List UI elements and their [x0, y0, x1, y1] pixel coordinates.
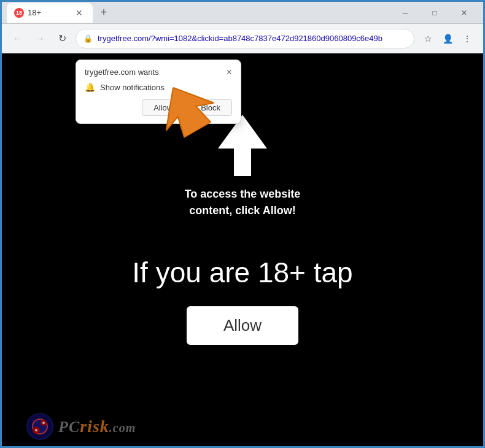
- url-text: trygetfree.com/?wmi=1082&clickid=ab8748c…: [98, 34, 406, 43]
- tab-title: 18+: [28, 8, 41, 17]
- white-up-arrow: [218, 115, 267, 176]
- allow-button-big[interactable]: Allow: [187, 306, 298, 345]
- back-button[interactable]: ←: [9, 30, 26, 47]
- url-bar[interactable]: 🔒 trygetfree.com/?wmi=1082&clickid=ab874…: [76, 29, 414, 48]
- close-button[interactable]: ✕: [450, 3, 478, 23]
- maximize-button[interactable]: □: [421, 3, 449, 23]
- popup-header: trygetfree.com wants ×: [85, 68, 232, 77]
- bell-icon: 🔔: [85, 82, 95, 92]
- bookmark-button[interactable]: ☆: [419, 30, 437, 47]
- page-inner: To access the websitecontent, click Allo…: [2, 53, 483, 446]
- new-tab-button[interactable]: +: [95, 4, 112, 21]
- instruction-text: To access the websitecontent, click Allo…: [185, 186, 301, 219]
- browser-window: 18 18+ ✕ + ─ □ ✕ ← → ↻ 🔒 trygetfree.com/…: [2, 2, 483, 446]
- tab-favicon: 18: [14, 8, 24, 18]
- tab-close-button[interactable]: ✕: [73, 7, 85, 19]
- big-text: If you are 18+ tap: [132, 256, 352, 289]
- forward-button[interactable]: →: [31, 30, 49, 47]
- popup-notification-row: 🔔 Show notifications: [85, 82, 232, 92]
- profile-button[interactable]: 👤: [439, 30, 456, 47]
- popup-close-button[interactable]: ×: [227, 68, 232, 77]
- window-controls: ─ □ ✕: [391, 3, 478, 23]
- menu-button[interactable]: ⋮: [459, 30, 476, 47]
- svg-point-6: [42, 422, 45, 424]
- popup-notification-text: Show notifications: [100, 83, 165, 92]
- arrow-shaft: [234, 149, 251, 176]
- popup-title: trygetfree.com wants: [85, 68, 159, 77]
- watermark-logo: [26, 413, 53, 440]
- address-bar-actions: ☆ 👤 ⋮: [419, 30, 476, 47]
- active-tab[interactable]: 18 18+ ✕: [7, 3, 93, 23]
- page-content: trygetfree.com wants × 🔔 Show notificati…: [2, 53, 483, 446]
- refresh-button[interactable]: ↻: [53, 30, 71, 47]
- svg-point-5: [35, 429, 37, 431]
- watermark-text: PCrisk.com: [58, 417, 136, 436]
- address-bar: ← → ↻ 🔒 trygetfree.com/?wmi=1082&clickid…: [2, 24, 483, 53]
- watermark: PCrisk.com: [26, 413, 136, 440]
- lock-icon: 🔒: [83, 34, 93, 43]
- minimize-button[interactable]: ─: [391, 3, 419, 23]
- title-bar: 18 18+ ✕ + ─ □ ✕: [2, 2, 483, 24]
